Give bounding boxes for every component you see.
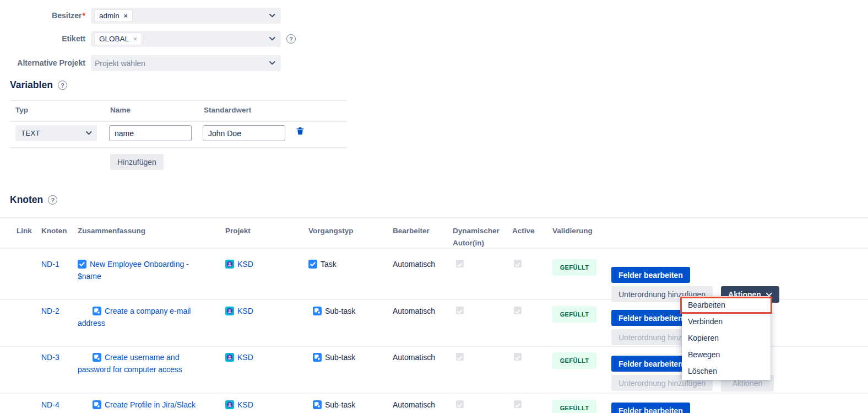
- node-id-link[interactable]: ND-1: [41, 260, 59, 269]
- project-link[interactable]: KSD: [225, 260, 253, 269]
- check-icon: [456, 401, 464, 409]
- node-summary-link[interactable]: Create Profile in Jira/Slack: [78, 400, 196, 409]
- check-icon: [456, 261, 464, 269]
- dynamic-author-checkbox: [456, 307, 464, 314]
- alt-project-label: Alternative Projekt: [0, 55, 85, 71]
- menu-item-bearbeiten[interactable]: Bearbeiten: [682, 297, 771, 313]
- node-summary-link[interactable]: Create username and password for compute…: [78, 353, 182, 374]
- project-avatar-icon: [225, 260, 234, 269]
- divider: [10, 100, 347, 101]
- help-icon[interactable]: ?: [48, 195, 57, 205]
- issue-type-label: Sub-task: [325, 307, 355, 315]
- assignee-value: Automatisch: [391, 399, 453, 413]
- assignee-value: Automatisch: [391, 258, 453, 299]
- col-knoten: Knoten: [37, 225, 73, 248]
- col-issue-type: Vorgangstyp: [307, 225, 391, 248]
- alt-project-select[interactable]: Projekt wählen: [91, 55, 281, 71]
- validation-badge: GEFÜLLT: [552, 352, 596, 369]
- variables-col-default: Standardwert: [204, 106, 251, 114]
- nodes-table-header: Link Knoten Zusammenfassung Projekt Vorg…: [0, 217, 868, 249]
- active-checkbox: [514, 400, 522, 408]
- col-link: Link: [10, 225, 37, 248]
- variable-type-select[interactable]: TEXT: [15, 125, 97, 141]
- active-checkbox: [514, 260, 522, 267]
- variables-col-name: Name: [110, 106, 131, 114]
- subtask-icon: [93, 307, 101, 315]
- dynamic-author-checkbox: [456, 400, 464, 408]
- table-row: ND-1 New Employee Onboarding - $name KSD…: [0, 249, 868, 300]
- check-icon: [514, 308, 522, 315]
- col-assignee: Bearbeiter: [391, 225, 453, 248]
- subtask-icon: [313, 353, 322, 362]
- variable-name-input[interactable]: [109, 125, 192, 141]
- add-variable-button[interactable]: Hinzufügen: [110, 154, 164, 170]
- etikett-chip: GLOBAL×: [95, 33, 142, 45]
- task-icon: [78, 260, 86, 269]
- help-icon[interactable]: ?: [58, 81, 67, 90]
- node-summary-link[interactable]: Create a company e-mail address: [78, 307, 191, 328]
- table-row: ND-4 Create Profile in Jira/Slack KSD Su…: [0, 394, 868, 413]
- owner-chip: admin×: [95, 10, 132, 22]
- subtask-icon: [313, 307, 322, 315]
- active-checkbox: [514, 353, 522, 361]
- project-avatar-icon: [225, 307, 234, 315]
- chevron-down-icon: [269, 37, 275, 41]
- col-dynamic-author: Dynamischer Autor(in): [453, 225, 512, 248]
- variables-section-title: Variablen ?: [10, 79, 67, 91]
- col-validation: Validierung: [551, 225, 609, 248]
- etikett-select[interactable]: GLOBAL×: [91, 31, 281, 47]
- check-icon: [514, 261, 522, 269]
- etikett-label: Etikett: [0, 31, 85, 47]
- subtask-icon: [93, 400, 101, 409]
- trash-icon[interactable]: [296, 126, 305, 135]
- check-icon: [456, 308, 464, 315]
- subtask-icon: [93, 353, 101, 362]
- check-icon: [514, 401, 522, 409]
- node-editor-page: Besitzer* admin× Etikett GLOBAL× ? Alter…: [0, 0, 868, 413]
- validation-badge: GEFÜLLT: [552, 400, 596, 413]
- remove-chip-icon[interactable]: ×: [133, 36, 137, 42]
- project-link[interactable]: KSD: [225, 400, 253, 409]
- dynamic-author-checkbox: [456, 353, 464, 361]
- col-actions: [609, 225, 868, 248]
- owner-select[interactable]: admin×: [91, 8, 281, 24]
- col-active: Active: [512, 225, 551, 248]
- active-checkbox: [514, 307, 522, 314]
- variable-default-input[interactable]: [203, 125, 285, 141]
- task-icon: [308, 260, 317, 269]
- project-link[interactable]: KSD: [225, 353, 253, 362]
- check-icon: [456, 354, 464, 362]
- node-id-link[interactable]: ND-2: [41, 307, 59, 315]
- node-id-link[interactable]: ND-3: [41, 353, 59, 362]
- assignee-value: Automatisch: [391, 351, 453, 393]
- validation-badge: GEFÜLLT: [552, 306, 596, 323]
- edit-fields-button[interactable]: Felder bearbeiten: [611, 267, 690, 283]
- menu-item-bewegen[interactable]: Bewegen: [682, 346, 771, 363]
- divider: [10, 121, 347, 122]
- required-mark: *: [83, 11, 85, 20]
- remove-chip-icon[interactable]: ×: [124, 13, 128, 19]
- edit-fields-button[interactable]: Felder bearbeiten: [611, 356, 690, 372]
- menu-item-loeschen[interactable]: Löschen: [682, 363, 771, 379]
- chevron-down-icon: [269, 61, 275, 65]
- help-icon[interactable]: ?: [286, 34, 296, 44]
- alt-project-placeholder: Projekt wählen: [95, 59, 145, 68]
- issue-type-label: Sub-task: [325, 353, 355, 362]
- project-avatar-icon: [225, 400, 234, 409]
- col-summary: Zusammenfassung: [73, 225, 223, 248]
- node-id-link[interactable]: ND-4: [41, 400, 59, 409]
- menu-item-verbinden[interactable]: Verbinden: [682, 313, 771, 330]
- issue-type-label: Task: [321, 260, 337, 269]
- actions-dropdown-menu: Bearbeiten Verbinden Kopieren Bewegen Lö…: [682, 296, 771, 380]
- edit-fields-button[interactable]: Felder bearbeiten: [611, 403, 690, 413]
- owner-label: Besitzer*: [0, 8, 85, 24]
- variables-col-typ: Typ: [15, 106, 28, 114]
- nodes-section-title: Knoten ?: [10, 194, 57, 206]
- edit-fields-button[interactable]: Felder bearbeiten: [611, 310, 690, 326]
- node-summary-link[interactable]: New Employee Onboarding - $name: [78, 260, 189, 281]
- assignee-value: Automatisch: [391, 305, 453, 346]
- project-link[interactable]: KSD: [225, 307, 253, 315]
- chevron-down-icon: [86, 131, 92, 135]
- col-project: Projekt: [223, 225, 307, 248]
- menu-item-kopieren[interactable]: Kopieren: [682, 330, 771, 346]
